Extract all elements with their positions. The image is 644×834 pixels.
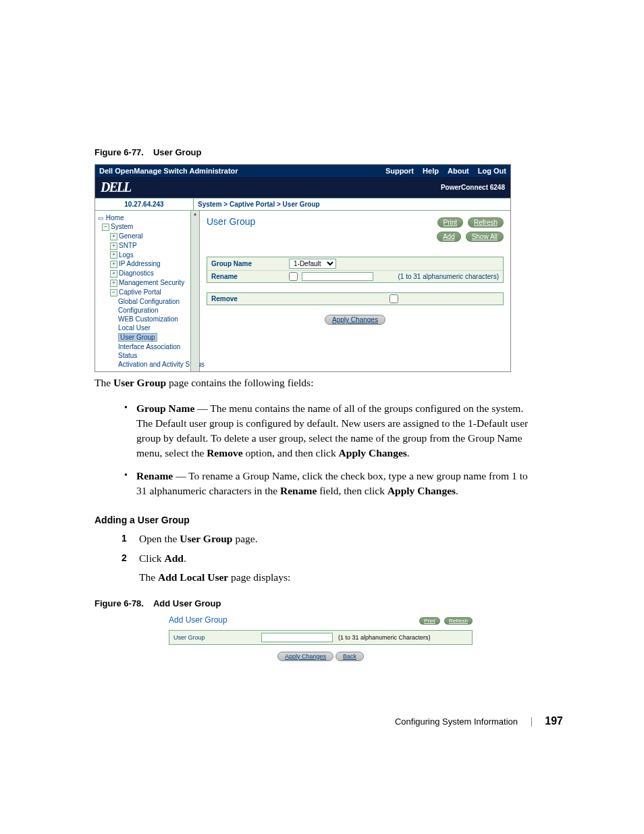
link-logout[interactable]: Log Out	[478, 167, 506, 175]
tree-ipaddr[interactable]: IP Addressing	[119, 260, 161, 267]
refresh-button[interactable]: Refresh	[468, 217, 504, 228]
remove-checkbox[interactable]	[390, 294, 398, 303]
print-button[interactable]: Print	[437, 217, 464, 228]
tree-captive[interactable]: Captive Portal	[119, 288, 161, 296]
fig1-title: User Group	[153, 147, 202, 157]
bullet-rename: Rename — To rename a Group Name, click t…	[122, 465, 536, 502]
tree-home[interactable]: Home	[106, 214, 124, 221]
s2-hint: (1 to 31 alphanumeric Characters)	[338, 634, 431, 641]
tree-scrollbar[interactable]: ▴	[190, 211, 199, 371]
group-name-select[interactable]: 1-Default	[289, 259, 336, 269]
s2-back-button[interactable]: Back	[336, 652, 364, 661]
bullet-group-name: Group Name — The menu contains the name …	[122, 397, 536, 465]
group-fields: Group Name 1-Default Rename (1 to 31	[207, 257, 504, 283]
tree-status[interactable]: Status	[118, 352, 137, 359]
figure-caption-2: Figure 6-78.Add User Group	[95, 598, 590, 608]
link-about[interactable]: About	[448, 167, 469, 175]
app-title: Dell OpenManage Switch Administrator	[99, 167, 238, 175]
step-result: The Add Local User page displays:	[139, 571, 590, 583]
expand-icon[interactable]: +	[110, 280, 117, 287]
rename-input[interactable]	[302, 272, 373, 281]
tree-usergroup[interactable]: User Group	[118, 333, 157, 342]
page-title: User Group	[207, 216, 255, 227]
tree-diag[interactable]: Diagnostics	[119, 269, 154, 277]
tree-mgmtsec[interactable]: Management Security	[119, 279, 184, 286]
remove-fields: Remove	[207, 292, 504, 305]
window-titlebar: Dell OpenManage Switch Administrator Sup…	[95, 165, 510, 177]
page-footer: Configuring System Information 197	[54, 715, 590, 727]
expand-icon[interactable]: +	[110, 251, 117, 259]
apply-changes-button[interactable]: Apply Changes	[325, 315, 385, 325]
brand-bar: DELL PowerConnect 6248	[95, 177, 510, 198]
rename-label: Rename	[211, 273, 289, 280]
footer-chapter: Configuring System Information	[395, 716, 518, 727]
home-icon: ▭	[98, 215, 104, 221]
screenshot-add-user-group: Add User Group Print Refresh User Group …	[169, 615, 473, 661]
expand-icon[interactable]: +	[110, 261, 117, 268]
remove-label: Remove	[211, 295, 289, 303]
s2-page-title: Add User Group	[169, 615, 227, 625]
tree-cfg[interactable]: Configuration	[118, 307, 158, 314]
fig2-title: Add User Group	[153, 598, 221, 608]
collapse-icon[interactable]: −	[110, 289, 117, 296]
rename-hint: (1 to 31 alphanumeric characters)	[398, 273, 499, 280]
collapse-icon[interactable]: −	[102, 224, 109, 231]
link-support[interactable]: Support	[385, 167, 414, 175]
expand-icon[interactable]: +	[110, 233, 117, 240]
screenshot-user-group: Dell OpenManage Switch Administrator Sup…	[95, 164, 511, 372]
tree-localuser[interactable]: Local User	[118, 324, 151, 332]
expand-icon[interactable]: +	[110, 242, 117, 250]
add-button[interactable]: Add	[437, 232, 461, 242]
breadcrumb: System > Captive Portal > User Group	[194, 199, 324, 210]
dell-logo: DELL	[101, 180, 130, 195]
figure-caption-1: Figure 6-77.User Group	[95, 147, 590, 157]
s2-apply-button[interactable]: Apply Changes	[277, 652, 333, 661]
field-bullets: Group Name — The menu contains the name …	[122, 397, 536, 502]
header-links: Support Help About Log Out	[379, 167, 506, 175]
rename-checkbox[interactable]	[289, 272, 298, 281]
content-pane: User Group Print Refresh Add Show All	[200, 211, 510, 371]
scroll-up-icon[interactable]: ▴	[191, 211, 199, 217]
s2-print-button[interactable]: Print	[419, 617, 439, 625]
tree-ifassoc[interactable]: Interface Association	[118, 343, 180, 350]
fig1-num: Figure 6-77.	[95, 147, 144, 157]
tree-webcustom[interactable]: WEB Customization	[118, 315, 178, 323]
s2-user-group-input[interactable]	[261, 633, 333, 642]
section-adding-user-group: Adding a User Group	[95, 515, 590, 525]
breadcrumb-row: 10.27.64.243 System > Captive Portal > U…	[95, 198, 510, 211]
step-2: Click Add.	[122, 549, 536, 569]
footer-separator	[531, 717, 532, 727]
s2-user-group-label: User Group	[173, 634, 261, 641]
step-1: Open the User Group page.	[122, 529, 536, 549]
tree-globalcfg[interactable]: Global Configuration	[118, 298, 180, 305]
device-model: PowerConnect 6248	[441, 184, 505, 191]
expand-icon[interactable]: +	[110, 270, 117, 278]
tree-system[interactable]: System	[111, 223, 133, 230]
tree-logs[interactable]: Logs	[119, 251, 134, 259]
s2-field-row: User Group (1 to 31 alphanumeric Charact…	[169, 630, 473, 645]
device-ip: 10.27.64.243	[95, 199, 194, 210]
group-name-label: Group Name	[211, 260, 289, 267]
s2-refresh-button[interactable]: Refresh	[444, 617, 473, 625]
footer-page-number: 197	[545, 715, 563, 727]
link-help[interactable]: Help	[423, 167, 439, 175]
intro-paragraph: The User Group page contains the followi…	[95, 376, 570, 390]
fig2-num: Figure 6-78.	[95, 598, 144, 608]
showall-button[interactable]: Show All	[466, 232, 504, 242]
nav-tree[interactable]: ▴ ▭ Home −System +General +SNTP +Logs +I…	[95, 211, 200, 371]
tree-sntp[interactable]: SNTP	[119, 242, 137, 249]
steps-list: Open the User Group page. Click Add.	[122, 529, 536, 569]
tree-general[interactable]: General	[119, 232, 143, 240]
